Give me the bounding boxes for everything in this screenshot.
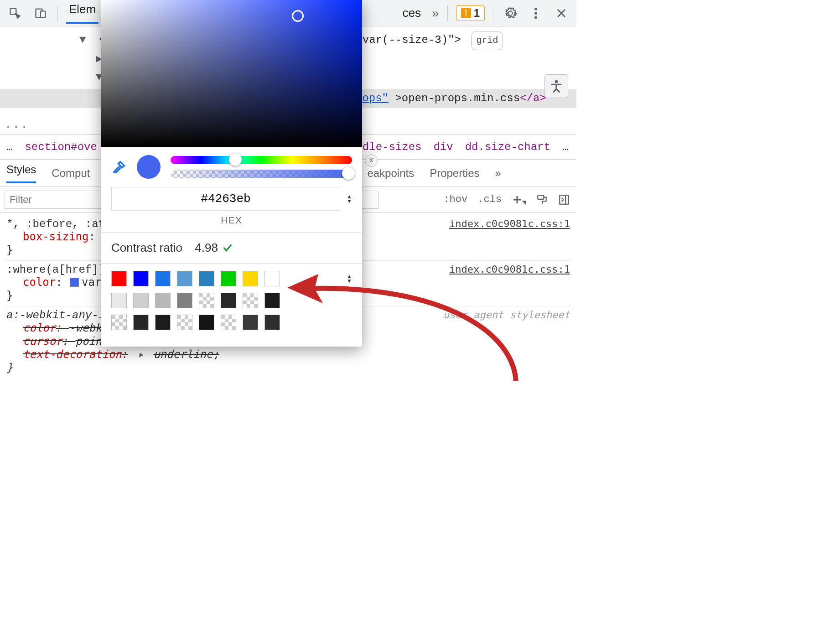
- contrast-value: 4.98: [195, 241, 218, 255]
- color-swatch[interactable]: [133, 293, 149, 308]
- color-swatch[interactable]: [133, 271, 149, 286]
- breadcrumb-ellipsis[interactable]: …: [562, 141, 569, 153]
- swatch-row: [111, 315, 352, 330]
- dom-ellipsis: ...: [5, 118, 29, 131]
- breadcrumb-item[interactable]: div: [433, 141, 453, 153]
- hex-input[interactable]: [111, 187, 340, 211]
- toolbar-more-tabs-icon[interactable]: »: [432, 6, 439, 21]
- warning-icon: !: [461, 8, 471, 18]
- svg-point-3: [534, 7, 537, 10]
- hov-toggle[interactable]: :hov: [443, 194, 467, 205]
- css-property: cursor: [23, 335, 62, 347]
- issues-count: 1: [474, 7, 480, 20]
- swatch-row: [111, 293, 352, 308]
- swatch-page-spinner[interactable]: ▲▼: [347, 274, 352, 283]
- grid-badge[interactable]: grid: [471, 31, 503, 50]
- eyedropper-icon[interactable]: [111, 159, 127, 175]
- color-format-label: HEX: [101, 215, 362, 232]
- close-pill[interactable]: x: [365, 154, 378, 167]
- css-property[interactable]: color: [23, 276, 56, 289]
- color-swatch[interactable]: [264, 293, 280, 308]
- css-property[interactable]: box-sizing: [23, 230, 89, 243]
- color-swatch[interactable]: [111, 315, 127, 330]
- color-swatch[interactable]: [243, 271, 258, 286]
- color-swatch[interactable]: [199, 293, 214, 308]
- color-swatch[interactable]: [264, 315, 280, 330]
- color-swatch[interactable]: [111, 271, 127, 286]
- accessibility-tree-button[interactable]: [544, 74, 568, 98]
- svg-rect-7: [538, 195, 544, 199]
- settings-gear-icon[interactable]: [502, 5, 519, 22]
- toggle-computed-sidebar-icon[interactable]: [558, 194, 570, 206]
- check-icon: [223, 243, 233, 253]
- styles-paint-icon[interactable]: [536, 194, 548, 206]
- svg-rect-2: [41, 11, 46, 17]
- color-swatch[interactable]: [155, 293, 171, 308]
- kebab-menu-icon[interactable]: [527, 5, 544, 22]
- color-swatch[interactable]: [177, 315, 192, 330]
- css-property: text-decoration: [23, 348, 122, 361]
- breadcrumb-item[interactable]: section#ove: [25, 141, 97, 153]
- current-color-swatch: [137, 155, 161, 179]
- subtab-computed[interactable]: Comput: [52, 167, 90, 180]
- color-swatch[interactable]: [243, 293, 258, 308]
- new-rule-button-icon[interactable]: [512, 194, 526, 205]
- issues-chip[interactable]: ! 1: [456, 5, 485, 21]
- color-field-cursor[interactable]: [292, 10, 304, 22]
- color-swatch[interactable]: [221, 315, 236, 330]
- svg-point-5: [534, 16, 537, 19]
- breadcrumb-ellipsis[interactable]: …: [6, 141, 13, 153]
- svg-point-6: [555, 80, 558, 83]
- subtab-breakpoints[interactable]: eakpoints: [367, 167, 414, 180]
- color-swatch[interactable]: [199, 271, 214, 286]
- stylesheet-link[interactable]: index.c0c9081c.css:1: [449, 264, 570, 275]
- contrast-ratio-row[interactable]: Contrast ratio 4.98: [101, 232, 362, 264]
- color-swatch[interactable]: [155, 271, 171, 286]
- color-swatch[interactable]: [133, 315, 149, 330]
- subtabs-more-icon[interactable]: »: [495, 167, 501, 180]
- breadcrumb-item[interactable]: dd.size-chart: [465, 141, 550, 153]
- tab-elements[interactable]: Elem: [66, 2, 99, 24]
- slider-thumb[interactable]: [229, 153, 242, 166]
- breadcrumb-item[interactable]: dle-sizes: [363, 141, 422, 153]
- slider-thumb[interactable]: [342, 167, 355, 180]
- href-link[interactable]: ops": [362, 92, 389, 104]
- swatch-row: ▲▼: [111, 271, 352, 286]
- color-swatch[interactable]: [199, 315, 214, 330]
- inspect-element-icon[interactable]: [6, 5, 24, 22]
- color-swatch-icon[interactable]: [70, 278, 79, 287]
- subtab-styles[interactable]: Styles: [6, 163, 36, 183]
- tab-sources-truncated[interactable]: ces: [400, 6, 424, 20]
- contrast-label: Contrast ratio: [111, 241, 182, 255]
- alpha-slider[interactable]: [171, 170, 352, 178]
- color-picker-popover: ▲▼ HEX Contrast ratio 4.98 ▲▼: [101, 0, 362, 347]
- subtab-properties[interactable]: Properties: [430, 167, 479, 180]
- stylesheet-link[interactable]: index.c0c9081c.css:1: [449, 218, 570, 229]
- color-swatch[interactable]: [221, 271, 236, 286]
- color-swatch[interactable]: [155, 315, 171, 330]
- color-swatch[interactable]: [177, 293, 192, 308]
- cls-toggle[interactable]: .cls: [477, 194, 502, 205]
- color-swatch[interactable]: [264, 271, 280, 286]
- svg-rect-8: [560, 195, 569, 204]
- color-swatch[interactable]: [177, 271, 192, 286]
- css-property: color: [23, 321, 56, 334]
- color-swatch[interactable]: [111, 293, 127, 308]
- svg-point-4: [534, 12, 537, 15]
- arrow-right-icon: ▸: [138, 349, 144, 361]
- color-field[interactable]: [101, 0, 362, 147]
- color-swatch[interactable]: [221, 293, 236, 308]
- device-toolbar-icon[interactable]: [32, 5, 49, 22]
- close-devtools-icon[interactable]: [553, 5, 570, 22]
- color-swatch[interactable]: [243, 315, 258, 330]
- user-agent-label: user agent stylesheet: [443, 309, 570, 321]
- hue-slider[interactable]: [171, 156, 352, 164]
- format-spinner[interactable]: ▲▼: [347, 194, 352, 203]
- swatch-grid: ▲▼: [101, 264, 362, 347]
